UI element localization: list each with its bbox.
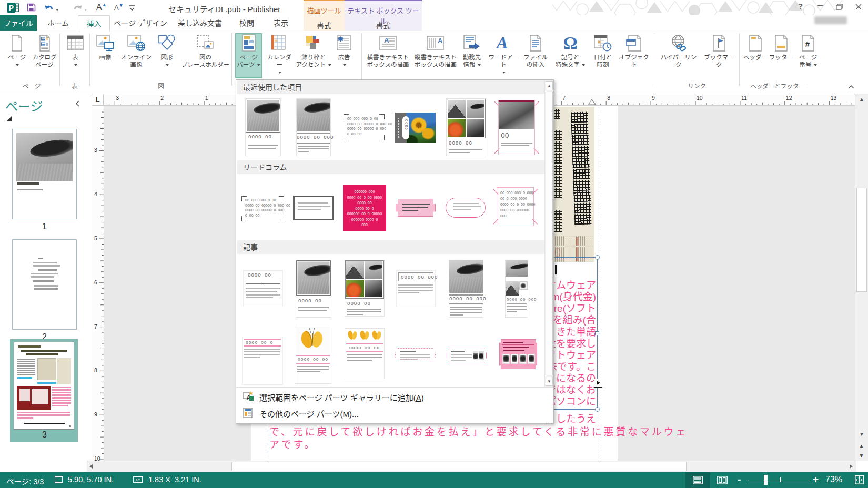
svg-text:11: 11 xyxy=(741,95,747,101)
svg-text:7: 7 xyxy=(94,323,97,330)
svg-text:10: 10 xyxy=(697,95,703,101)
svg-text:A: A xyxy=(438,37,443,45)
svg-text:P: P xyxy=(9,4,14,12)
svg-text:A: A xyxy=(496,34,508,52)
svg-text:5: 5 xyxy=(94,235,97,241)
svg-text:10: 10 xyxy=(94,455,100,461)
svg-text:6: 6 xyxy=(94,279,97,286)
svg-text:Ω: Ω xyxy=(563,34,577,52)
svg-text:13: 13 xyxy=(831,95,837,101)
svg-text:A: A xyxy=(384,36,389,44)
svg-text:2: 2 xyxy=(160,95,164,101)
svg-text:#: # xyxy=(805,39,810,48)
svg-text:12: 12 xyxy=(786,95,792,101)
svg-text:3: 3 xyxy=(116,95,119,101)
svg-text:3: 3 xyxy=(94,147,97,153)
svg-text:8: 8 xyxy=(607,95,610,101)
svg-text:4: 4 xyxy=(94,191,97,197)
svg-text:9: 9 xyxy=(652,95,655,101)
svg-text:9: 9 xyxy=(94,411,97,418)
svg-text:7: 7 xyxy=(562,95,566,101)
svg-text:1: 1 xyxy=(205,95,208,101)
svg-text:8: 8 xyxy=(94,367,97,373)
